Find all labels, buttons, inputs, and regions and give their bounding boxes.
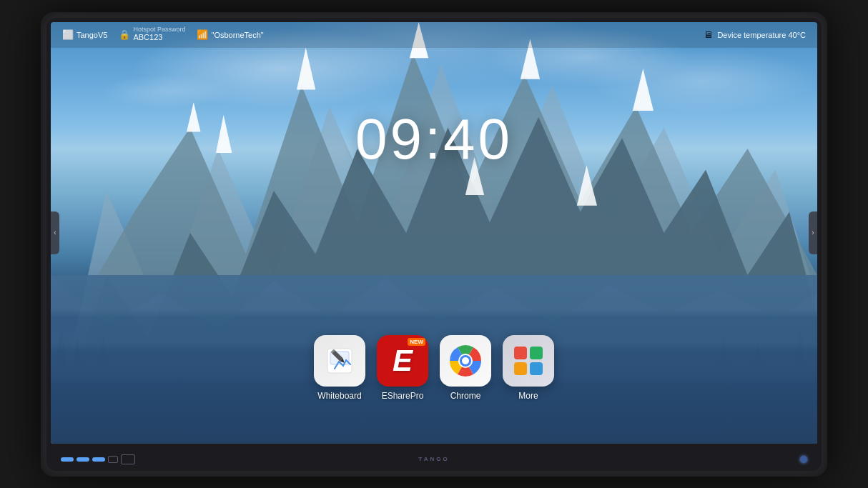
hotspot-label: Hotspot Password — [133, 26, 185, 33]
temperature-icon: 🖥 — [704, 29, 713, 40]
left-arrow-icon: ‹ — [54, 229, 56, 236]
indicator-dot-3 — [92, 457, 105, 462]
indicator-icon — [121, 454, 135, 464]
chrome-icon — [440, 335, 491, 387]
app-whiteboard[interactable]: Whiteboard — [314, 335, 365, 401]
tv-bezel: ⬜ TangoV5 🔒 Hotspot Password ABC123 📶 — [46, 18, 822, 471]
bottom-indicators — [61, 454, 135, 464]
status-left: ⬜ TangoV5 🔒 Hotspot Password ABC123 📶 — [62, 26, 434, 42]
chrome-label: Chrome — [450, 391, 481, 401]
right-arrow-icon: › — [812, 229, 814, 236]
wifi-icon: 📶 — [197, 29, 208, 40]
four-squares-grid — [514, 347, 543, 375]
lock-icon: 🔒 — [119, 29, 130, 40]
clock: 09:40 — [355, 106, 513, 172]
hotspot-value: ABC123 — [133, 33, 185, 42]
tv-display: ⬜ TangoV5 🔒 Hotspot Password ABC123 📶 — [41, 12, 827, 477]
app-esharepro[interactable]: E NEW ESharePro — [377, 335, 428, 401]
sq-green — [530, 347, 543, 359]
esharepro-label: ESharePro — [382, 391, 424, 401]
app-chrome[interactable]: Chrome — [440, 335, 491, 401]
svg-marker-18 — [51, 275, 817, 329]
clock-time: 09:40 — [355, 107, 513, 171]
indicator-square — [108, 456, 118, 463]
sq-red — [514, 347, 527, 359]
esharepro-e-letter: E — [393, 346, 413, 376]
sq-blue — [530, 362, 543, 375]
app-more[interactable]: More — [503, 335, 554, 401]
status-right: 🖥 Device temperature 40°C — [434, 29, 806, 40]
monitor-icon: ⬜ — [62, 29, 74, 40]
hotspot-stack: Hotspot Password ABC123 — [133, 26, 185, 42]
svg-marker-10 — [633, 68, 654, 110]
indicator-dot-1 — [61, 457, 74, 462]
svg-point-27 — [462, 357, 469, 364]
tv-bottom-bar: TANGO — [46, 448, 822, 471]
esharepro-badge: NEW — [408, 338, 425, 347]
svg-marker-5 — [297, 47, 315, 89]
svg-marker-4 — [216, 114, 232, 152]
sq-yellow — [514, 362, 527, 375]
chrome-svg — [448, 343, 483, 379]
power-led — [800, 456, 807, 463]
right-handle[interactable]: › — [809, 211, 817, 254]
brand-logo: TANGO — [418, 456, 449, 462]
indicator-dot-2 — [77, 457, 89, 462]
hotspot-item: 🔒 Hotspot Password ABC123 — [119, 26, 185, 42]
whiteboard-svg — [325, 346, 355, 376]
status-bar: ⬜ TangoV5 🔒 Hotspot Password ABC123 📶 — [51, 22, 817, 48]
temp-value: Device temperature 40°C — [717, 31, 806, 39]
svg-marker-3 — [187, 102, 200, 131]
tv-screen: ⬜ TangoV5 🔒 Hotspot Password ABC123 📶 — [51, 22, 817, 444]
more-label: More — [518, 391, 538, 401]
left-handle[interactable]: ‹ — [51, 211, 59, 254]
more-icon — [503, 335, 554, 387]
device-name-value: TangoV5 — [77, 31, 107, 39]
app-dock: Whiteboard E NEW ESharePro — [314, 335, 554, 401]
whiteboard-icon — [314, 335, 365, 387]
wifi-ssid: "OsborneTech" — [211, 31, 263, 39]
device-name-item: ⬜ TangoV5 — [62, 29, 107, 40]
esharepro-icon: E NEW — [377, 335, 428, 387]
whiteboard-label: Whiteboard — [317, 391, 361, 401]
wifi-item: 📶 "OsborneTech" — [197, 29, 263, 40]
